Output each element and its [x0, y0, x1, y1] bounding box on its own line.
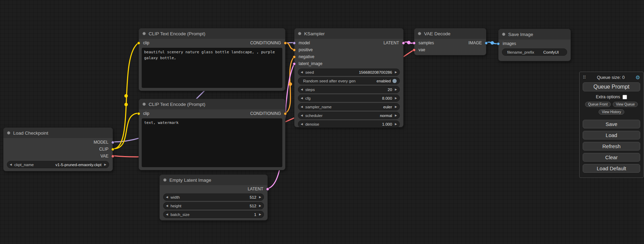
collapse-dot-icon[interactable] [142, 102, 146, 106]
input-port-clip[interactable] [137, 112, 140, 115]
widget-width[interactable]: ◀ width 512 ▶ [163, 193, 264, 201]
output-port-conditioning[interactable] [284, 42, 287, 45]
input-port-images[interactable] [497, 42, 500, 45]
load-button[interactable]: Load [583, 131, 640, 139]
decrement-icon[interactable]: ◀ [166, 205, 168, 207]
node-load-checkpoint[interactable]: Load Checkpoint MODEL CLIP VAE ◀ ckpt_na… [3, 127, 113, 171]
widget-steps[interactable]: ◀ steps 20 ▶ [298, 86, 400, 93]
node-titlebar[interactable]: Save Image [499, 29, 571, 39]
output-port-conditioning[interactable] [284, 112, 287, 115]
node-title-label: CLIP Text Encode (Prompt) [149, 31, 205, 36]
collapse-dot-icon[interactable] [298, 32, 301, 35]
decrement-icon[interactable]: ◀ [166, 196, 168, 199]
extra-options-checkbox[interactable] [623, 95, 627, 99]
input-port-vae[interactable] [413, 48, 416, 52]
collapse-dot-icon[interactable] [142, 32, 146, 35]
collapse-dot-icon[interactable] [163, 178, 167, 182]
load-default-button[interactable]: Load Default [583, 164, 640, 173]
widget-value: ComfyUI [534, 50, 559, 54]
toggle-icon[interactable] [392, 79, 397, 83]
increment-icon[interactable]: ▶ [395, 123, 397, 126]
decrement-icon[interactable]: ◀ [301, 106, 303, 108]
node-titlebar[interactable]: VAE Decode [414, 28, 486, 39]
increment-icon[interactable]: ▶ [259, 205, 261, 207]
input-port-model[interactable] [293, 42, 296, 45]
widget-sampler-name[interactable]: ◀ sampler_name euler ▶ [298, 103, 400, 110]
node-canvas[interactable]: Load Checkpoint MODEL CLIP VAE ◀ ckpt_na… [0, 0, 644, 244]
output-port-model[interactable] [111, 141, 114, 144]
node-vae-decode[interactable]: VAE Decode samples IMAGE vae [414, 28, 486, 55]
increment-icon[interactable]: ▶ [395, 106, 397, 108]
input-label-images: images [503, 41, 516, 46]
node-save-image[interactable]: Save Image images filename_prefix ComfyU… [498, 29, 571, 61]
widget-value: 1.000 [319, 122, 392, 126]
widget-ckpt-name[interactable]: ◀ ckpt_name v1-5-pruned-emaonly.ckpt ▶ [7, 161, 109, 168]
increment-icon[interactable]: ▶ [395, 71, 397, 74]
widget-control-after-generate[interactable]: Random seed after every gen enabled [298, 77, 400, 84]
view-history-button[interactable]: View History [599, 109, 624, 115]
node-titlebar[interactable]: Empty Latent Image [160, 175, 267, 185]
input-port-latent-image[interactable] [293, 62, 296, 65]
node-clip-text-encode-positive[interactable]: CLIP Text Encode (Prompt) clip CONDITION… [139, 28, 285, 91]
increment-icon[interactable]: ▶ [104, 163, 106, 166]
output-port-latent[interactable] [402, 42, 405, 45]
node-titlebar[interactable]: KSampler [294, 28, 403, 39]
queue-front-button[interactable]: Queue Front [585, 102, 611, 107]
queue-prompt-button[interactable]: Queue Prompt [583, 82, 640, 91]
output-port-clip[interactable] [111, 148, 114, 151]
widget-name: denoise [305, 122, 319, 126]
widget-value: 20 [315, 88, 392, 92]
clear-button[interactable]: Clear [583, 153, 640, 162]
input-port-samples[interactable] [413, 42, 416, 45]
widget-name: steps [305, 88, 315, 92]
input-label-samples: samples [418, 40, 434, 45]
widget-seed[interactable]: ◀ seed 156680208700286 ▶ [298, 69, 400, 76]
collapse-dot-icon[interactable] [502, 33, 505, 36]
node-title-label: VAE Decode [424, 31, 450, 36]
widget-denoise[interactable]: ◀ denoise 1.000 ▶ [298, 120, 400, 128]
widget-batch-size[interactable]: ◀ batch_size 1 ▶ [163, 211, 264, 218]
decrement-icon[interactable]: ◀ [301, 114, 303, 117]
input-port-clip[interactable] [137, 42, 140, 45]
decrement-icon[interactable]: ◀ [301, 88, 303, 91]
settings-gear-icon[interactable]: ⚙ [636, 75, 640, 80]
node-titlebar[interactable]: CLIP Text Encode (Prompt) [139, 99, 285, 109]
input-port-negative[interactable] [293, 55, 296, 58]
refresh-button[interactable]: Refresh [583, 142, 640, 151]
output-port-vae[interactable] [111, 155, 114, 158]
widget-height[interactable]: ◀ height 512 ▶ [163, 202, 264, 209]
output-label-model: MODEL [94, 140, 108, 145]
node-titlebar[interactable]: CLIP Text Encode (Prompt) [139, 28, 285, 39]
increment-icon[interactable]: ▶ [395, 114, 397, 117]
prompt-textarea[interactable]: text, watermark [142, 118, 282, 167]
output-port-latent[interactable] [266, 188, 269, 191]
output-port-image[interactable] [485, 42, 488, 45]
decrement-icon[interactable]: ◀ [166, 213, 168, 216]
link-midpoint-dot [289, 82, 292, 86]
collapse-dot-icon[interactable] [418, 32, 421, 35]
widget-scheduler[interactable]: ◀ scheduler normal ▶ [298, 112, 400, 119]
queue-panel: ⠿ Queue size: 0 ⚙ Queue Prompt Extra opt… [579, 72, 644, 178]
input-port-positive[interactable] [293, 48, 296, 52]
input-label-negative: negative [299, 54, 314, 59]
decrement-icon[interactable]: ◀ [10, 163, 12, 166]
save-button[interactable]: Save [583, 120, 640, 128]
node-titlebar[interactable]: Load Checkpoint [3, 128, 113, 138]
node-empty-latent-image[interactable]: Empty Latent Image LATENT ◀ width 512 ▶ … [159, 174, 268, 220]
node-ksampler[interactable]: KSampler model LATENT positive negative … [294, 28, 404, 127]
collapse-dot-icon[interactable] [7, 131, 10, 135]
drag-handle-icon[interactable]: ⠿ [583, 75, 586, 80]
decrement-icon[interactable]: ◀ [301, 71, 303, 74]
widget-filename-prefix[interactable]: filename_prefix ComfyUI [502, 48, 567, 56]
view-queue-button[interactable]: View Queue [613, 102, 638, 107]
node-clip-text-encode-negative[interactable]: CLIP Text Encode (Prompt) clip CONDITION… [139, 99, 285, 170]
wire-clip-to-negative[interactable] [113, 113, 139, 149]
increment-icon[interactable]: ▶ [395, 88, 397, 91]
decrement-icon[interactable]: ◀ [301, 123, 303, 126]
widget-cfg[interactable]: ◀ cfg 8.000 ▶ [298, 94, 400, 102]
decrement-icon[interactable]: ◀ [301, 97, 303, 100]
increment-icon[interactable]: ▶ [395, 97, 397, 100]
prompt-textarea[interactable]: beautiful scenery nature glass bottle la… [142, 48, 282, 88]
increment-icon[interactable]: ▶ [259, 213, 261, 216]
increment-icon[interactable]: ▶ [259, 196, 261, 199]
